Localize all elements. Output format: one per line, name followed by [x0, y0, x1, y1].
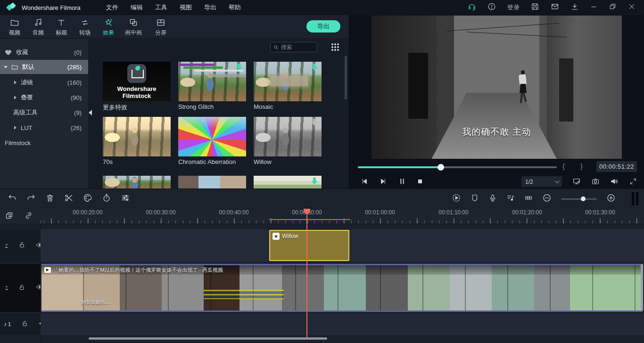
filmstock-thumbnail[interactable]: WondershareFilmstock [103, 62, 171, 101]
tab-video[interactable]: 视频 [3, 18, 26, 37]
effect-clip-willow[interactable]: ★ Willow [269, 230, 349, 261]
collapse-panel-icon[interactable] [89, 110, 92, 115]
about-icon[interactable] [487, 2, 496, 13]
sidebar-item-filmstock[interactable]: Filmstock [0, 136, 88, 149]
link-icon[interactable] [24, 211, 33, 222]
voiceover-mic-icon[interactable] [488, 194, 497, 204]
audio-mixer-icon[interactable] [506, 194, 515, 204]
menu-file[interactable]: 文件 [106, 3, 118, 12]
effect-card-70s[interactable]: 70s [103, 117, 171, 165]
effect-card-partial-1[interactable] [103, 176, 171, 188]
effect-card-willow[interactable]: Willow [254, 117, 322, 165]
sidebar-item-filters[interactable]: 滤镜 (160) [0, 76, 88, 89]
color-palette-icon[interactable] [83, 193, 92, 204]
caret-right-icon[interactable] [14, 81, 17, 84]
menu-view[interactable]: 视图 [180, 3, 192, 12]
zoom-in-icon[interactable] [606, 193, 616, 204]
effects-search[interactable] [270, 42, 317, 52]
mark-in-brace[interactable]: { [562, 162, 565, 170]
previous-frame-icon[interactable] [359, 176, 370, 187]
zoom-out-icon[interactable] [542, 193, 552, 204]
pause-icon[interactable] [396, 176, 408, 187]
dual-monitor-icon[interactable] [571, 176, 582, 187]
effect-thumbnail[interactable] [178, 62, 246, 101]
effect-card-mosaic[interactable]: Mosaic [254, 62, 322, 110]
headset-icon[interactable] [468, 2, 476, 13]
caret-down-icon[interactable] [4, 66, 8, 68]
add-track-icon[interactable] [5, 211, 14, 222]
track-audio-1[interactable] [41, 313, 644, 335]
redo-icon[interactable] [26, 193, 36, 204]
tab-transitions[interactable]: 转场 [73, 18, 97, 37]
playhead-line[interactable] [306, 209, 307, 338]
seek-thumb[interactable] [438, 164, 444, 171]
effect-thumbnail[interactable] [103, 117, 171, 156]
adjust-sliders-icon[interactable] [121, 193, 130, 204]
track-height-grip[interactable] [632, 192, 639, 205]
minimize-icon[interactable] [590, 3, 598, 12]
effect-card-partial-2[interactable] [178, 176, 246, 188]
grid-view-icon[interactable] [331, 43, 339, 51]
timeline-vscrollbar[interactable] [641, 264, 643, 311]
sidebar-item-overlays[interactable]: 叠覆 (90) [0, 91, 88, 104]
caret-right-icon[interactable] [14, 96, 17, 99]
next-frame-icon[interactable] [378, 176, 389, 187]
effect-card-strong-glitch[interactable]: Strong Glitch [178, 62, 246, 110]
effect-thumbnail[interactable] [103, 176, 171, 188]
menu-edit[interactable]: 编辑 [131, 3, 143, 12]
track-header-video-2[interactable]: 2 [0, 229, 41, 262]
sidebar-item-favorites[interactable]: 收藏 (0) [0, 46, 88, 59]
timeline-zoom-slider[interactable] [561, 198, 597, 200]
tab-titles[interactable]: 标题 [50, 18, 73, 37]
fullscreen-icon[interactable] [627, 176, 639, 187]
effect-card-partial-3[interactable] [254, 176, 322, 188]
seek-slider[interactable] [358, 166, 557, 168]
close-icon[interactable] [628, 3, 636, 12]
preview-zoom-select[interactable]: 1/2 [521, 176, 562, 187]
volume-icon[interactable] [609, 176, 620, 187]
sidebar-item-advanced-tools[interactable]: 高级工具 (9) [0, 106, 88, 119]
effect-card-filmstock[interactable]: WondershareFilmstock 更多特效 [103, 62, 171, 112]
sidebar-item-lut[interactable]: LUT (26) [0, 121, 88, 134]
menu-export[interactable]: 导出 [204, 3, 216, 12]
scissors-icon[interactable] [64, 193, 74, 204]
zoom-slider-handle[interactable] [581, 196, 586, 201]
caret-right-icon[interactable] [14, 126, 17, 130]
timeline-ruler[interactable]: 00:00:20:00 00:00:30:00 00:00:40:00 00:0… [0, 208, 644, 224]
track-header-video-1[interactable]: 1 [0, 264, 41, 312]
save-icon[interactable] [531, 2, 539, 13]
render-preview-icon[interactable] [452, 193, 461, 204]
tab-effects[interactable]: 效果 [97, 18, 120, 37]
download-icon[interactable] [570, 2, 579, 13]
main-video-clip[interactable]: 「她要的…我给不了M以后的视频！这个俄罗斯女孩不会出现了 - 西瓜视频 的女孩聪… [41, 264, 642, 312]
lock-open-icon[interactable] [21, 320, 28, 329]
marker-icon[interactable] [471, 194, 479, 204]
lock-open-icon[interactable] [18, 241, 25, 250]
effect-thumbnail[interactable] [178, 117, 246, 156]
search-input[interactable] [281, 44, 314, 50]
lock-open-icon[interactable] [18, 284, 25, 293]
mark-out-brace[interactable]: } [580, 162, 583, 170]
undo-icon[interactable] [8, 193, 17, 204]
tab-pip[interactable]: 画中画 [122, 18, 145, 37]
fit-timeline-icon[interactable] [524, 194, 533, 204]
track-video-1[interactable]: 「她要的…我给不了M以后的视频！这个俄罗斯女孩不会出现了 - 西瓜视频 的女孩聪… [41, 264, 644, 312]
preview-video[interactable]: 我的确不敢 主动 [372, 16, 622, 159]
track-header-audio-1[interactable]: ♪ 1 [0, 313, 41, 335]
login-button[interactable]: 登录 [507, 3, 520, 12]
trash-icon[interactable] [45, 193, 55, 204]
menu-tools[interactable]: 工具 [155, 3, 167, 12]
stop-icon[interactable] [414, 176, 426, 187]
tab-split-screen[interactable]: 分屏 [149, 18, 173, 37]
speed-clock-icon[interactable] [102, 193, 111, 204]
restore-icon[interactable] [609, 3, 617, 12]
sidebar-item-default[interactable]: 默认 (285) [0, 60, 88, 74]
export-button[interactable]: 导出 [306, 20, 340, 33]
timeline-hscrollbar[interactable] [89, 337, 327, 340]
mail-icon[interactable] [551, 2, 559, 13]
tab-audio[interactable]: 音频 [26, 18, 50, 37]
snapshot-camera-icon[interactable] [590, 176, 601, 187]
effect-thumbnail[interactable] [254, 176, 322, 188]
effects-scrollbar[interactable] [345, 56, 347, 99]
effect-thumbnail[interactable] [254, 62, 322, 101]
